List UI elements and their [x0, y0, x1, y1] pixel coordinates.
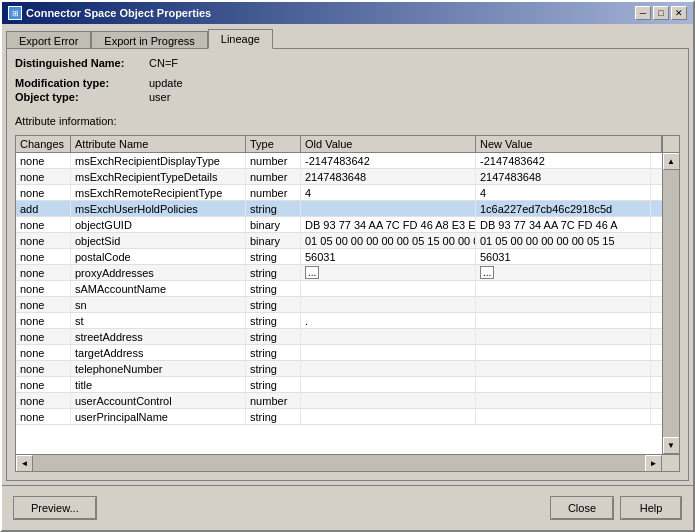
table-row[interactable]: noneobjectSidbinary01 05 00 00 00 00 00 …	[16, 233, 662, 249]
window-title: Connector Space Object Properties	[26, 7, 211, 19]
preview-button[interactable]: Preview...	[14, 497, 96, 519]
table-row[interactable]: nonesnstring	[16, 297, 662, 313]
fields-section: Distinguished Name: CN=F Modification ty…	[15, 57, 680, 105]
table-row[interactable]: nonemsExchRecipientTypeDetailsnumber2147…	[16, 169, 662, 185]
table-row[interactable]: noneuserPrincipalNamestring	[16, 409, 662, 425]
table-row[interactable]: noneststring.	[16, 313, 662, 329]
close-dialog-button[interactable]: Close	[551, 497, 613, 519]
col-header-new: New Value	[476, 136, 662, 152]
tab-content-lineage: Distinguished Name: CN=F Modification ty…	[6, 48, 689, 481]
horizontal-scrollbar[interactable]: ◄ ►	[16, 454, 679, 471]
table-row[interactable]: noneproxyAddressesstring......	[16, 265, 662, 281]
close-button[interactable]: ✕	[671, 6, 687, 20]
table-row[interactable]: nonetargetAddressstring	[16, 345, 662, 361]
table-row[interactable]: nonemsExchRecipientDisplayTypenumber-214…	[16, 153, 662, 169]
table-row[interactable]: nonesAMAccountNamestring	[16, 281, 662, 297]
distinguished-name-label: Distinguished Name:	[15, 57, 145, 69]
col-header-old: Old Value	[301, 136, 476, 152]
attribute-info-label: Attribute information:	[15, 115, 680, 127]
attribute-table: Changes Attribute Name Type Old Value Ne…	[15, 135, 680, 472]
title-bar: ⊞ Connector Space Object Properties ─ □ …	[2, 2, 693, 24]
scroll-up-button[interactable]: ▲	[663, 153, 680, 170]
distinguished-name-value: CN=F	[149, 57, 178, 69]
modification-type-row: Modification type: update	[15, 77, 680, 89]
help-button[interactable]: Help	[621, 497, 681, 519]
scroll-down-button[interactable]: ▼	[663, 437, 680, 454]
col-header-type: Type	[246, 136, 301, 152]
table-body[interactable]: nonemsExchRecipientDisplayTypenumber-214…	[16, 153, 662, 454]
scroll-right-button[interactable]: ►	[645, 455, 662, 472]
distinguished-name-row: Distinguished Name: CN=F	[15, 57, 680, 69]
table-header: Changes Attribute Name Type Old Value Ne…	[16, 136, 679, 153]
title-bar-left: ⊞ Connector Space Object Properties	[8, 6, 211, 20]
hscroll-track[interactable]	[33, 455, 645, 471]
table-row[interactable]: nonestreetAddressstring	[16, 329, 662, 345]
scroll-track[interactable]	[663, 170, 679, 437]
window-icon: ⊞	[8, 6, 22, 20]
table-row[interactable]: noneuserAccountControlnumber	[16, 393, 662, 409]
table-row[interactable]: addmsExchUserHoldPoliciesstring1c6a227ed…	[16, 201, 662, 217]
main-window: ⊞ Connector Space Object Properties ─ □ …	[0, 0, 695, 532]
bottom-bar: Preview... Close Help	[2, 485, 693, 530]
tab-lineage[interactable]: Lineage	[208, 29, 273, 49]
table-row[interactable]: nonetitlestring	[16, 377, 662, 393]
table-row[interactable]: noneobjectGUIDbinaryDB 93 77 34 AA 7C FD…	[16, 217, 662, 233]
table-row[interactable]: nonepostalCodestring5603156031	[16, 249, 662, 265]
object-type-label: Object type:	[15, 91, 145, 103]
minimize-button[interactable]: ─	[635, 6, 651, 20]
object-type-value: user	[149, 91, 170, 103]
modification-type-label: Modification type:	[15, 77, 145, 89]
object-type-row: Object type: user	[15, 91, 680, 103]
tabs-bar: Export Error Export in Progress Lineage	[6, 28, 689, 48]
table-rows: nonemsExchRecipientDisplayTypenumber-214…	[16, 153, 662, 425]
table-row[interactable]: nonetelephoneNumberstring	[16, 361, 662, 377]
maximize-button[interactable]: □	[653, 6, 669, 20]
table-row[interactable]: nonemsExchRemoteRecipientTypenumber44	[16, 185, 662, 201]
content-area: Export Error Export in Progress Lineage …	[2, 24, 693, 485]
col-header-attr: Attribute Name	[71, 136, 246, 152]
scroll-left-button[interactable]: ◄	[16, 455, 33, 472]
title-buttons: ─ □ ✕	[635, 6, 687, 20]
vertical-scrollbar[interactable]: ▲ ▼	[662, 153, 679, 454]
col-header-changes: Changes	[16, 136, 71, 152]
modification-type-value: update	[149, 77, 183, 89]
